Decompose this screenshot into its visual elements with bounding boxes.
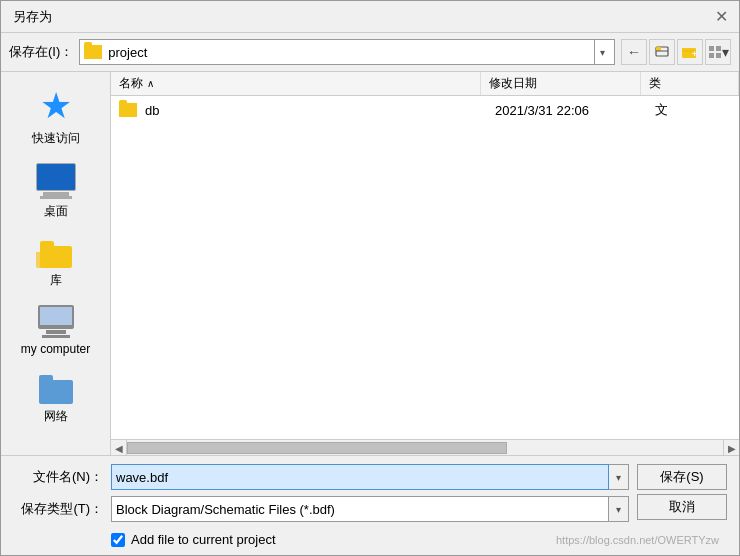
svg-rect-1 [656, 47, 661, 51]
table-row[interactable]: db 2021/3/31 22:06 文 [111, 96, 739, 124]
title-bar: 另存为 ✕ [1, 1, 739, 33]
filetype-label: 保存类型(T)： [13, 500, 103, 518]
filetype-select-container: ▾ [111, 496, 629, 522]
svg-rect-7 [709, 53, 714, 58]
file-name: db [145, 103, 495, 118]
header-date[interactable]: 修改日期 [481, 72, 641, 95]
file-date: 2021/3/31 22:06 [495, 103, 655, 118]
sidebar-item-quick-access-label: 快速访问 [32, 130, 80, 147]
quick-access-icon: ★ [36, 86, 76, 126]
horizontal-scrollbar[interactable]: ◀ ▶ [111, 439, 739, 455]
save-as-dialog: 另存为 ✕ 保存在(I)： project ▾ ← [0, 0, 740, 556]
filename-row: 文件名(N)： ▾ [13, 464, 629, 490]
svg-rect-5 [709, 46, 714, 51]
filetype-select[interactable] [111, 496, 609, 522]
view-button[interactable]: ▾ [705, 39, 731, 65]
toolbar-buttons: ← + [621, 39, 731, 65]
save-button[interactable]: 保存(S) [637, 464, 727, 490]
file-folder-icon [119, 103, 137, 117]
location-toolbar: 保存在(I)： project ▾ ← + [1, 33, 739, 71]
sidebar-item-desktop-label: 桌面 [44, 203, 68, 220]
svg-rect-6 [716, 46, 721, 51]
sidebar-item-library-label: 库 [50, 272, 62, 289]
sidebar: ★ 快速访问 桌面 库 [1, 72, 111, 455]
sidebar-item-quick-access[interactable]: ★ 快速访问 [11, 80, 101, 153]
bottom-form: 文件名(N)： ▾ 保存类型(T)： ▾ 保存(S) 取消 [1, 455, 739, 555]
location-text: project [108, 45, 594, 60]
computer-icon [38, 305, 74, 338]
form-rows: 文件名(N)： ▾ 保存类型(T)： ▾ [13, 464, 629, 528]
file-list-content: db 2021/3/31 22:06 文 [111, 96, 739, 439]
location-dropdown[interactable]: project ▾ [79, 39, 615, 65]
svg-rect-3 [682, 48, 688, 51]
form-rows-with-buttons: 文件名(N)： ▾ 保存类型(T)： ▾ 保存(S) 取消 [13, 464, 727, 528]
scroll-track[interactable] [127, 440, 723, 455]
scroll-thumb[interactable] [127, 442, 507, 454]
checkbox-row: Add file to current project https://blog… [13, 532, 727, 547]
dialog-title: 另存为 [13, 8, 52, 26]
new-folder-icon: + [682, 45, 698, 59]
location-folder-icon [84, 45, 102, 59]
network-icon [36, 372, 76, 404]
up-icon [655, 45, 669, 59]
file-extra: 文 [655, 101, 731, 119]
location-label: 保存在(I)： [9, 43, 73, 61]
filename-label: 文件名(N)： [13, 468, 103, 486]
main-area: ★ 快速访问 桌面 库 [1, 71, 739, 455]
svg-rect-8 [716, 53, 721, 58]
view-icon [708, 45, 722, 59]
library-icon [36, 236, 76, 268]
scroll-right-button[interactable]: ▶ [723, 440, 739, 455]
filename-input[interactable] [111, 464, 609, 490]
add-to-project-checkbox[interactable] [111, 533, 125, 547]
filename-dropdown-arrow[interactable]: ▾ [609, 464, 629, 490]
action-buttons: 保存(S) 取消 [637, 464, 727, 520]
svg-text:+: + [692, 49, 697, 59]
cancel-button[interactable]: 取消 [637, 494, 727, 520]
sidebar-item-library[interactable]: 库 [11, 230, 101, 295]
scroll-left-button[interactable]: ◀ [111, 440, 127, 455]
watermark-text: https://blog.csdn.net/OWERTYzw [556, 534, 727, 546]
sidebar-item-computer[interactable]: my computer [11, 299, 101, 362]
new-folder-button[interactable]: + [677, 39, 703, 65]
sidebar-item-desktop[interactable]: 桌面 [11, 157, 101, 226]
location-dropdown-arrow[interactable]: ▾ [594, 39, 610, 65]
close-button[interactable]: ✕ [711, 7, 731, 27]
file-list-header: 名称 ∧ 修改日期 类 [111, 72, 739, 96]
header-name[interactable]: 名称 ∧ [111, 72, 481, 95]
up-button[interactable] [649, 39, 675, 65]
sidebar-item-network-label: 网络 [44, 408, 68, 425]
filetype-dropdown-arrow[interactable]: ▾ [609, 496, 629, 522]
desktop-icon [34, 163, 78, 199]
back-button[interactable]: ← [621, 39, 647, 65]
add-to-project-label: Add file to current project [131, 532, 276, 547]
sidebar-item-computer-label: my computer [21, 342, 90, 356]
header-extra[interactable]: 类 [641, 72, 739, 95]
filename-input-container: ▾ [111, 464, 629, 490]
filetype-row: 保存类型(T)： ▾ [13, 496, 629, 522]
file-area: 名称 ∧ 修改日期 类 db 2021/3/31 22:06 文 [111, 72, 739, 455]
sidebar-item-network[interactable]: 网络 [11, 366, 101, 431]
